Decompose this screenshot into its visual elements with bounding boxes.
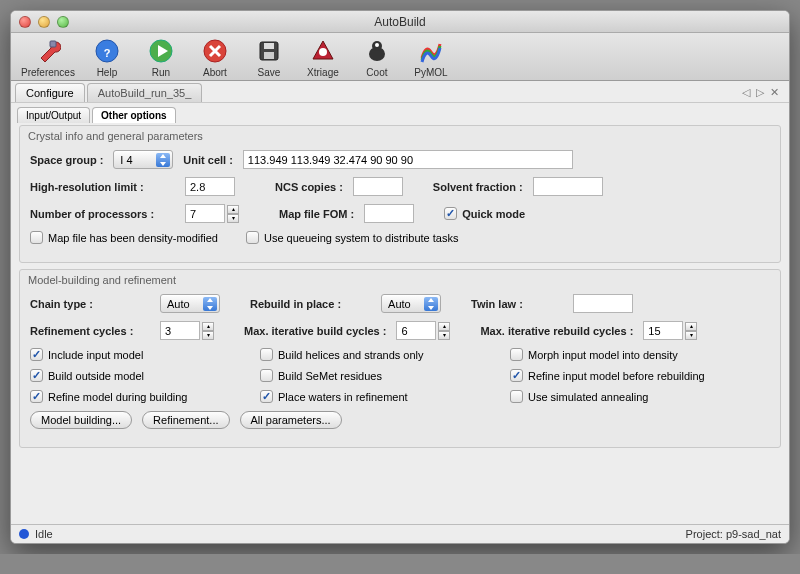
include-input-checkbox[interactable]: Include input model	[30, 348, 260, 361]
svg-rect-8	[264, 52, 274, 59]
svg-text:?: ?	[104, 47, 111, 59]
save-icon	[255, 37, 283, 65]
window: AutoBuild Preferences ? Help Run Abort S…	[10, 10, 790, 544]
unit-cell-input[interactable]	[243, 150, 573, 169]
window-title: AutoBuild	[11, 15, 789, 29]
refine-during-checkbox[interactable]: Refine model during building	[30, 390, 260, 403]
status-text: Idle	[35, 528, 53, 540]
pymol-button[interactable]: PyMOL	[409, 37, 453, 78]
crystal-title: Crystal info and general parameters	[20, 126, 780, 142]
model-building-button[interactable]: Model building...	[30, 411, 132, 429]
tab-run[interactable]: AutoBuild_run_35_	[87, 83, 203, 102]
run-button[interactable]: Run	[139, 37, 183, 78]
project-label: Project:	[686, 528, 723, 540]
simulated-anneal-checkbox[interactable]: Use simulated annealing	[510, 390, 770, 403]
svg-rect-7	[264, 43, 274, 49]
coot-icon	[363, 37, 391, 65]
pymol-icon	[417, 37, 445, 65]
spin-up-icon[interactable]: ▴	[227, 205, 239, 214]
ncs-input[interactable]	[353, 177, 403, 196]
titlebar: AutoBuild	[11, 11, 789, 33]
help-icon: ?	[93, 37, 121, 65]
chain-type-label: Chain type :	[30, 298, 150, 310]
hires-input[interactable]	[185, 177, 235, 196]
queue-checkbox[interactable]: Use queueing system to distribute tasks	[246, 231, 458, 244]
play-icon	[147, 37, 175, 65]
model-title: Model-building and refinement	[20, 270, 780, 286]
space-group-select[interactable]: I 4	[113, 150, 173, 169]
coot-button[interactable]: Coot	[355, 37, 399, 78]
max-rebuild-label: Max. iterative rebuild cycles :	[480, 325, 633, 337]
abort-button[interactable]: Abort	[193, 37, 237, 78]
density-modified-checkbox[interactable]: Map file has been density-modified	[30, 231, 218, 244]
unit-cell-label: Unit cell :	[183, 154, 233, 166]
statusbar: Idle Project: p9-sad_nat	[11, 524, 789, 543]
refine-before-checkbox[interactable]: Refine input model before rebuilding	[510, 369, 770, 382]
status-dot-icon	[19, 529, 29, 539]
max-rebuild-stepper[interactable]: ▴▾	[643, 321, 697, 340]
rebuild-label: Rebuild in place :	[250, 298, 341, 310]
wrench-icon	[34, 37, 62, 65]
spin-down-icon[interactable]: ▾	[227, 214, 239, 223]
svg-rect-0	[50, 41, 56, 47]
solvent-input[interactable]	[533, 177, 603, 196]
mapfom-input[interactable]	[364, 204, 414, 223]
quick-mode-checkbox[interactable]: Quick mode	[444, 207, 525, 220]
tab-close-icon[interactable]: ✕	[770, 86, 779, 99]
ref-cycles-label: Refinement cycles :	[30, 325, 150, 337]
max-build-label: Max. iterative build cycles :	[244, 325, 386, 337]
checkbox-icon	[246, 231, 259, 244]
morph-checkbox[interactable]: Morph input model into density	[510, 348, 770, 361]
tab-configure[interactable]: Configure	[15, 83, 85, 102]
main-area: Input/Output Other options Crystal info …	[11, 103, 789, 524]
help-button[interactable]: ? Help	[85, 37, 129, 78]
checkbox-icon	[444, 207, 457, 220]
save-button[interactable]: Save	[247, 37, 291, 78]
xtriage-icon	[309, 37, 337, 65]
toolbar: Preferences ? Help Run Abort Save Xtriag…	[11, 33, 789, 81]
twin-input[interactable]	[573, 294, 633, 313]
solvent-label: Solvent fraction :	[433, 181, 523, 193]
abort-icon	[201, 37, 229, 65]
crystal-group: Crystal info and general parameters Spac…	[19, 125, 781, 263]
mapfom-label: Map file FOM :	[279, 208, 354, 220]
place-waters-checkbox[interactable]: Place waters in refinement	[260, 390, 510, 403]
ref-cycles-stepper[interactable]: ▴▾	[160, 321, 214, 340]
nproc-label: Number of processors :	[30, 208, 175, 220]
chain-type-select[interactable]: Auto	[160, 294, 220, 313]
all-parameters-button[interactable]: All parameters...	[240, 411, 342, 429]
xtriage-button[interactable]: Xtriage	[301, 37, 345, 78]
tab-bar: Configure AutoBuild_run_35_ ◁ ▷ ✕	[11, 81, 789, 103]
build-outside-checkbox[interactable]: Build outside model	[30, 369, 260, 382]
preferences-button[interactable]: Preferences	[21, 37, 75, 78]
space-group-label: Space group :	[30, 154, 103, 166]
checkbox-icon	[30, 231, 43, 244]
svg-point-10	[319, 48, 327, 56]
project-name: p9-sad_nat	[726, 528, 781, 540]
tab-scroll-right-icon[interactable]: ▷	[756, 86, 764, 99]
tab-scroll-left-icon[interactable]: ◁	[742, 86, 750, 99]
ncs-label: NCS copies :	[275, 181, 343, 193]
max-build-stepper[interactable]: ▴▾	[396, 321, 450, 340]
subtab-io[interactable]: Input/Output	[17, 107, 90, 123]
semet-checkbox[interactable]: Build SeMet residues	[260, 369, 510, 382]
refinement-button[interactable]: Refinement...	[142, 411, 229, 429]
svg-point-13	[375, 43, 379, 47]
model-group: Model-building and refinement Chain type…	[19, 269, 781, 448]
helices-checkbox[interactable]: Build helices and strands only	[260, 348, 510, 361]
subtab-other[interactable]: Other options	[92, 107, 176, 123]
hires-label: High-resolution limit :	[30, 181, 175, 193]
nproc-stepper[interactable]: ▴▾	[185, 204, 239, 223]
rebuild-select[interactable]: Auto	[381, 294, 441, 313]
subtab-bar: Input/Output Other options	[11, 103, 789, 123]
twin-label: Twin law :	[471, 298, 523, 310]
